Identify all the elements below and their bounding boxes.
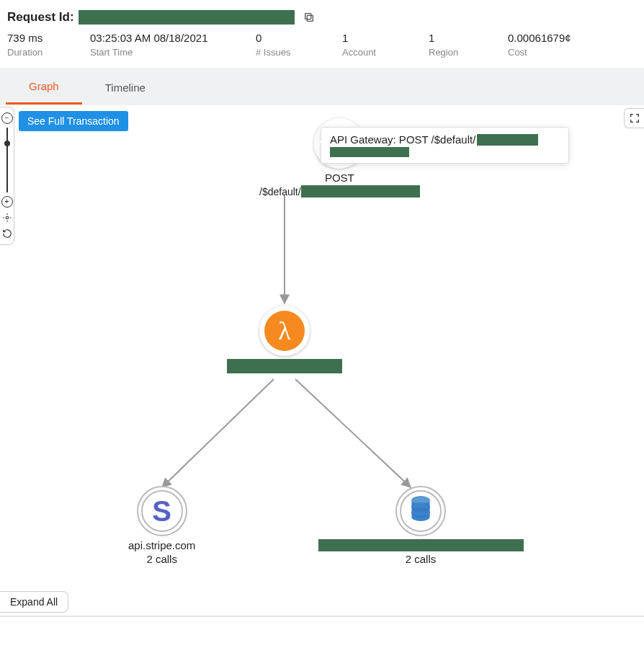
apigw-path-redacted <box>301 185 420 197</box>
zoom-out-icon[interactable]: − <box>1 112 13 124</box>
issues-value: 0 <box>256 32 342 44</box>
cost-label: Cost <box>508 47 637 58</box>
issues-label: # Issues <box>256 47 342 58</box>
copy-icon[interactable] <box>303 12 315 23</box>
lambda-icon: λ <box>259 306 310 356</box>
locate-icon[interactable] <box>1 212 13 223</box>
canvas-bottom-border <box>0 616 644 617</box>
apigw-method: POST <box>325 172 354 184</box>
tab-timeline[interactable]: Timeline <box>82 70 169 104</box>
dynamodb-icon <box>395 486 446 536</box>
account-label: Account <box>342 47 429 58</box>
tooltip-redacted-2 <box>330 147 409 157</box>
see-full-transaction-button[interactable]: See Full Transaction <box>19 111 128 131</box>
node-lambda-label <box>259 359 310 373</box>
svg-point-2 <box>6 216 9 219</box>
stat-start-time: 03:25:03 AM 08/18/2021 Start Time <box>90 32 256 58</box>
refresh-icon[interactable] <box>1 228 13 239</box>
svg-rect-0 <box>307 15 313 21</box>
tab-graph[interactable]: Graph <box>6 68 82 105</box>
request-id-value-redacted <box>79 10 295 25</box>
tabs-bar: Graph Timeline <box>0 68 644 105</box>
stat-duration: 739 ms Duration <box>7 32 90 58</box>
stat-cost: 0.00061679¢ Cost <box>508 32 637 58</box>
fullscreen-icon[interactable] <box>624 108 644 128</box>
node-dynamodb-label: 2 calls <box>318 539 524 565</box>
stat-region: 1 Region <box>429 32 508 58</box>
duration-label: Duration <box>7 47 90 58</box>
tooltip-prefix: API Gateway: POST /$default/ <box>330 133 475 146</box>
stripe-calls: 2 calls <box>146 553 177 565</box>
svg-line-5 <box>295 379 411 487</box>
ddb-calls: 2 calls <box>406 553 437 565</box>
start-time-label: Start Time <box>90 47 256 58</box>
node-tooltip: API Gateway: POST /$default/ <box>321 127 569 164</box>
zoom-in-icon[interactable]: + <box>1 196 13 208</box>
region-label: Region <box>429 47 508 58</box>
graph-canvas[interactable]: − + See Full Transaction <box>0 105 644 617</box>
stats-row: 739 ms Duration 03:25:03 AM 08/18/2021 S… <box>0 29 644 68</box>
duration-value: 739 ms <box>7 32 90 44</box>
apigw-path-prefix: /$default/ <box>259 186 301 197</box>
region-value: 1 <box>429 32 508 44</box>
stripe-icon: S <box>137 486 187 536</box>
ddb-name-redacted <box>318 539 524 551</box>
node-dynamodb[interactable]: 2 calls <box>395 486 446 565</box>
expand-all-button[interactable]: Expand All <box>0 591 68 613</box>
lambda-name-redacted <box>227 359 342 373</box>
stripe-host: api.stripe.com <box>128 539 195 551</box>
stat-issues: 0 # Issues <box>256 32 342 58</box>
cost-value: 0.00061679¢ <box>508 32 637 44</box>
node-stripe-label: api.stripe.com 2 calls <box>128 539 195 565</box>
stat-account: 1 Account <box>342 32 429 58</box>
request-id-label: Request Id: <box>7 10 74 25</box>
svg-rect-1 <box>305 14 310 19</box>
svg-line-4 <box>162 379 274 487</box>
node-api-gateway-label: POST /$default/ <box>259 172 420 197</box>
start-time-value: 03:25:03 AM 08/18/2021 <box>90 32 256 44</box>
account-value: 1 <box>342 32 429 44</box>
zoom-control: − + <box>0 107 14 245</box>
tooltip-redacted-1 <box>477 134 538 146</box>
request-id-row: Request Id: <box>0 0 644 29</box>
node-lambda[interactable]: λ <box>259 306 310 373</box>
node-stripe[interactable]: S api.stripe.com 2 calls <box>128 486 195 565</box>
zoom-slider[interactable] <box>6 128 8 192</box>
